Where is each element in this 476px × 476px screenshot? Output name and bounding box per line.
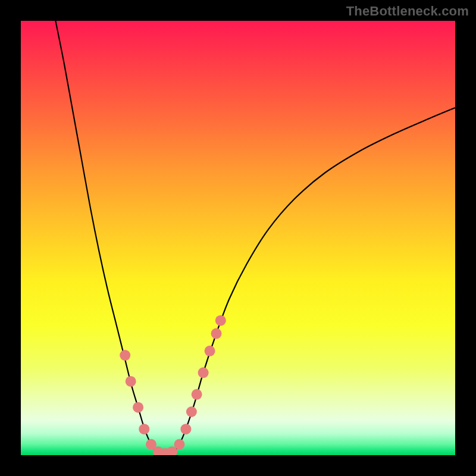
chart-svg <box>21 21 455 455</box>
marker-dot <box>133 402 143 413</box>
curve-right-branch <box>173 108 456 453</box>
marker-dot <box>198 367 209 378</box>
plot-area <box>21 21 455 455</box>
marker-dot <box>192 389 202 400</box>
marker-dot <box>126 376 136 387</box>
marker-dot <box>186 406 197 417</box>
marker-dot <box>139 424 149 434</box>
marker-dot <box>174 439 184 450</box>
watermark-text: TheBottleneck.com <box>346 4 469 19</box>
marker-dot <box>180 424 191 434</box>
marker-dot <box>211 328 222 339</box>
marker-dot <box>120 350 130 361</box>
curve-left-branch <box>55 21 158 453</box>
marker-dot <box>205 346 215 356</box>
chart-frame: TheBottleneck.com <box>0 0 476 476</box>
marker-group <box>120 315 226 455</box>
marker-dot <box>215 315 226 326</box>
